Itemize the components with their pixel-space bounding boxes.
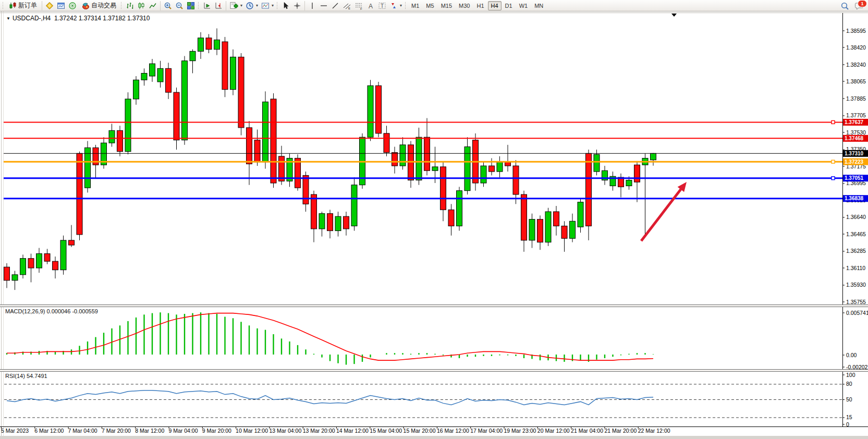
candle: [392, 152, 398, 166]
yellow-diamond-icon: [45, 2, 54, 10]
candle: [626, 180, 632, 186]
arrows-tool-button[interactable]: ▾: [388, 1, 404, 11]
candlestick-chart-button[interactable]: [136, 1, 147, 11]
zoom-out-icon: [175, 2, 184, 10]
svg-text:15: 15: [846, 414, 852, 420]
timeframe-m1-button[interactable]: M1: [408, 1, 422, 10]
svg-text:50: 50: [846, 396, 852, 403]
svg-text:1.37051: 1.37051: [845, 175, 864, 181]
timeframe-d1-button[interactable]: D1: [502, 1, 516, 10]
hline-handle[interactable]: [832, 177, 835, 180]
new-order-button[interactable]: 新订单: [6, 1, 40, 11]
cursor-button[interactable]: [280, 1, 291, 11]
candle: [230, 57, 236, 89]
svg-text:A: A: [369, 2, 373, 9]
vertical-line-icon: [309, 2, 316, 10]
search-button[interactable]: [839, 1, 851, 11]
timeframe-mn-button[interactable]: MN: [531, 1, 546, 10]
candle: [570, 221, 576, 238]
candle: [416, 137, 422, 180]
candle: [60, 240, 66, 270]
horizontal-line-tool-button[interactable]: [318, 1, 329, 11]
deposit-button[interactable]: [44, 1, 55, 11]
candle: [238, 57, 244, 127]
svg-text:15 Mar 20:00: 15 Mar 20:00: [404, 428, 436, 434]
svg-text:1.36465: 1.36465: [846, 231, 866, 237]
timeframe-w1-button[interactable]: W1: [516, 1, 531, 10]
trendline-icon: [331, 2, 339, 10]
candle: [69, 240, 75, 245]
chart-canvas[interactable]: 1.385951.384201.382401.380651.378851.377…: [0, 0, 868, 439]
candle: [561, 226, 567, 238]
symbol-ohlc-text: USDCAD-,H4 1.37242 1.37314 1.37182 1.373…: [13, 15, 150, 22]
auto-scroll-icon: [203, 2, 211, 10]
line-chart-button[interactable]: [147, 1, 158, 11]
equidistant-channel-tool-button[interactable]: E: [341, 1, 353, 11]
bar-chart-button[interactable]: [124, 1, 136, 11]
timeframe-m15-button[interactable]: M15: [438, 1, 455, 10]
candle: [85, 148, 91, 188]
candle: [489, 166, 495, 172]
candle: [586, 153, 592, 226]
periods-button[interactable]: ▾: [244, 1, 260, 11]
auto-scroll-button[interactable]: [201, 1, 213, 11]
timeframe-h4-button[interactable]: H4: [488, 1, 502, 10]
svg-text:7 Mar 04:00: 7 Mar 04:00: [68, 428, 97, 434]
symbol-dropdown-icon[interactable]: ▼: [6, 16, 10, 21]
timeframe-m30-button[interactable]: M30: [456, 1, 473, 10]
svg-text:1.36285: 1.36285: [846, 248, 866, 254]
candle: [182, 61, 188, 140]
vertical-line-tool-button[interactable]: [307, 1, 318, 11]
new-order-label: 新订单: [18, 1, 37, 10]
text-label-tool-button[interactable]: T: [376, 1, 388, 11]
svg-text:-0.002027: -0.002027: [846, 364, 868, 370]
timeframe-m5-button[interactable]: M5: [423, 1, 437, 10]
svg-text:1.38065: 1.38065: [846, 78, 866, 84]
notifications-button[interactable]: 1: [853, 1, 865, 11]
candle: [521, 194, 527, 240]
notification-badge: 1: [858, 0, 867, 7]
candle: [457, 191, 462, 226]
horizontal-line-icon: [320, 2, 328, 10]
signal-icon: [68, 2, 77, 10]
channel-icon: E: [343, 2, 351, 10]
candle: [505, 162, 511, 166]
svg-text:6 Mar 12:00: 6 Mar 12:00: [34, 428, 64, 434]
candle: [344, 216, 349, 229]
search-icon: [840, 2, 849, 10]
candle: [448, 210, 454, 226]
candle: [174, 92, 179, 140]
chart-shift-button[interactable]: [213, 1, 224, 11]
crosshair-icon: [293, 2, 301, 10]
candle: [327, 214, 333, 231]
zoom-out-button[interactable]: [174, 1, 185, 11]
candle: [545, 212, 551, 242]
autotrading-icon: [81, 2, 90, 10]
indicators-button[interactable]: ▾: [228, 1, 244, 11]
fibonacci-tool-button[interactable]: F: [353, 1, 365, 11]
tile-windows-button[interactable]: [185, 1, 197, 11]
autotrading-button[interactable]: 自动交易: [78, 1, 119, 11]
svg-text:21 Mar 04:00: 21 Mar 04:00: [571, 428, 603, 434]
svg-text:10 Mar 12:00: 10 Mar 12:00: [236, 428, 268, 434]
templates-button[interactable]: ▾: [260, 1, 275, 11]
timeframe-h1-button[interactable]: H1: [473, 1, 487, 10]
candle: [578, 202, 583, 227]
hline-handle[interactable]: [832, 160, 835, 163]
svg-text:1.37310: 1.37310: [845, 151, 864, 156]
candle: [190, 51, 195, 60]
svg-text:80: 80: [846, 381, 852, 387]
signals-button[interactable]: [67, 1, 78, 11]
new-order-icon: [9, 2, 17, 9]
trendline-tool-button[interactable]: [329, 1, 341, 11]
market-window-button[interactable]: [55, 1, 67, 11]
text-tool-button[interactable]: A: [365, 1, 376, 11]
line-chart-icon: [149, 2, 157, 10]
zoom-in-button[interactable]: [162, 1, 174, 11]
svg-text:T: T: [381, 3, 384, 9]
candle: [254, 140, 260, 162]
candle: [166, 68, 172, 92]
crosshair-button[interactable]: [291, 1, 303, 11]
candle: [594, 154, 600, 172]
hline-handle[interactable]: [832, 120, 835, 124]
